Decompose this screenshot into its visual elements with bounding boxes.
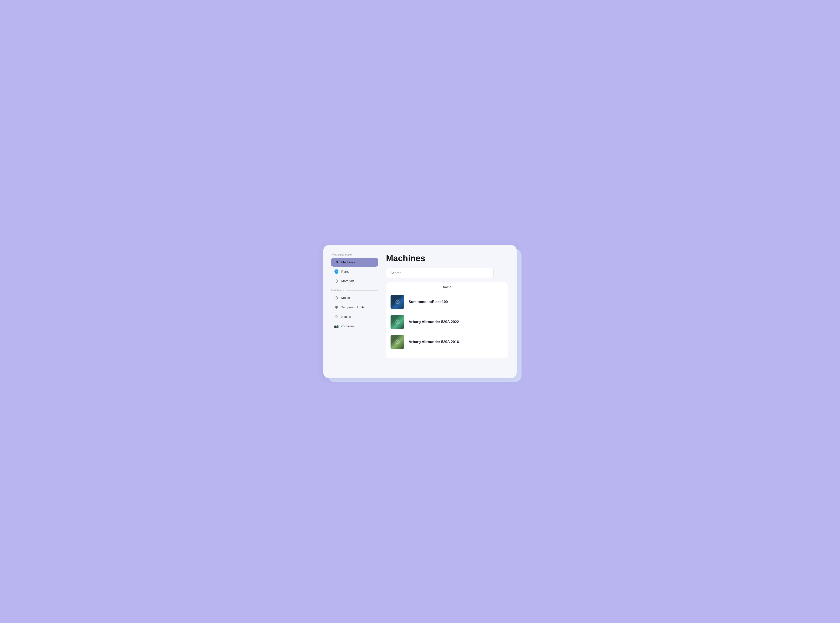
- tempering-units-icon: ❄: [334, 305, 339, 310]
- parts-icon: 🪣: [334, 269, 339, 274]
- peripherals-label: Peripherals: [331, 289, 378, 292]
- peripherals-group: Peripherals ⬡ Molds ❄ Tempering Units ⚖ …: [331, 289, 378, 331]
- sidebar-item-materials[interactable]: ⬡ Materials: [331, 276, 378, 285]
- app-wrapper: Production assets 🗂 Machines 🪣 Parts ⬡ M…: [323, 245, 517, 378]
- sidebar-item-molds-label: Molds: [341, 296, 350, 299]
- sidebar-item-cameras-label: Cameras: [341, 324, 354, 328]
- molds-icon: ⬡: [334, 295, 339, 300]
- cameras-icon: 📷: [334, 324, 339, 328]
- sidebar-item-parts-label: Parts: [341, 270, 349, 273]
- machines-icon: 🗂: [334, 260, 339, 264]
- machine-name-2: Arburg Allrounder 520A 2022: [409, 320, 459, 324]
- machines-table: Name Sumitomo IntElect 100 Arburg Allrou…: [386, 282, 508, 359]
- sidebar-item-parts[interactable]: 🪣 Parts: [331, 267, 378, 276]
- sidebar-item-machines[interactable]: 🗂 Machines: [331, 258, 378, 267]
- search-input[interactable]: [386, 268, 494, 278]
- production-assets-group: Production assets 🗂 Machines 🪣 Parts ⬡ M…: [331, 253, 378, 286]
- materials-icon: ⬡: [334, 279, 339, 284]
- table-row-partial: [386, 352, 508, 359]
- table-row[interactable]: Arburg Allrounder 520A 2022: [386, 312, 508, 332]
- table-row[interactable]: Sumitomo IntElect 100: [386, 292, 508, 312]
- sidebar-item-scales-label: Scales: [341, 315, 351, 319]
- main-card: Production assets 🗂 Machines 🪣 Parts ⬡ M…: [323, 245, 517, 378]
- sidebar-item-scales[interactable]: ⚖ Scales: [331, 312, 378, 321]
- sidebar-item-cameras[interactable]: 📷 Cameras: [331, 322, 378, 331]
- sidebar: Production assets 🗂 Machines 🪣 Parts ⬡ M…: [331, 253, 378, 370]
- sidebar-item-machines-label: Machines: [341, 260, 355, 264]
- sidebar-item-tempering-units[interactable]: ❄ Tempering Units: [331, 303, 378, 312]
- page-title: Machines: [386, 253, 508, 263]
- machine-thumbnail-1: [390, 295, 404, 309]
- machine-thumbnail-3: [390, 335, 404, 349]
- production-assets-label: Production assets: [331, 253, 378, 256]
- sidebar-item-materials-label: Materials: [341, 279, 354, 283]
- main-content: Machines Name Sumitomo IntElect 100 Arbu…: [386, 253, 508, 370]
- machine-name-1: Sumitomo IntElect 100: [409, 300, 448, 304]
- table-column-name: Name: [386, 282, 508, 292]
- machine-name-3: Arburg Allrounder 520A 2016: [409, 340, 459, 344]
- machine-thumbnail-2: [390, 315, 404, 329]
- sidebar-item-tempering-units-label: Tempering Units: [341, 305, 364, 309]
- table-row[interactable]: Arburg Allrounder 520A 2016: [386, 332, 508, 352]
- sidebar-item-molds[interactable]: ⬡ Molds: [331, 293, 378, 302]
- scales-icon: ⚖: [334, 315, 339, 319]
